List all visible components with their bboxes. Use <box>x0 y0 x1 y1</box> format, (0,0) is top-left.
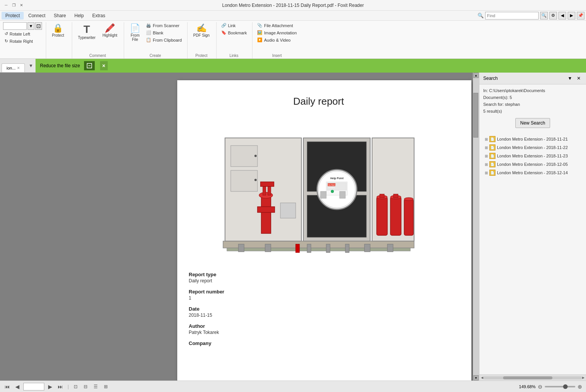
links-group-label: Links <box>220 53 249 58</box>
link-icon: 🔗 <box>221 23 227 28</box>
find-button[interactable]: 🔍 <box>540 12 548 19</box>
zoom-slider[interactable] <box>545 386 575 387</box>
menu-help[interactable]: Help <box>71 12 88 19</box>
search-for-label: Search for: stephan <box>483 102 582 107</box>
hscroll-right-btn[interactable]: ▶ <box>582 376 584 379</box>
menu-extras[interactable]: Extras <box>88 12 109 19</box>
result-item-1[interactable]: ⊞ 📄 London Metro Extension - 2018-11-22 <box>483 143 582 152</box>
win-close[interactable]: ✕ <box>18 2 24 8</box>
page-last-btn[interactable]: ⏭ <box>56 383 65 390</box>
link-btn[interactable]: 🔗 Link <box>220 22 249 29</box>
audio-video-btn[interactable]: ▶️ Audio & Video <box>256 37 298 43</box>
from-clipboard-btn[interactable]: 📋 From Clipboard <box>144 37 183 43</box>
svg-rect-44 <box>393 194 398 198</box>
scroll-thumb[interactable] <box>473 93 478 138</box>
win-restore[interactable]: ❐ <box>11 2 17 8</box>
search-close-btn[interactable]: ✕ <box>575 75 582 82</box>
rotate-right-icon: ↻ <box>5 39 8 44</box>
menu-share[interactable]: Share <box>50 12 70 19</box>
svg-text:Company: Company <box>328 186 335 188</box>
vertical-scrollbar[interactable]: ▲ ▼ <box>473 73 479 381</box>
blank-btn[interactable]: ⬜ Blank <box>144 29 183 36</box>
svg-rect-21 <box>268 186 271 195</box>
search-dropdown-btn[interactable]: ▼ <box>566 75 574 82</box>
view-single-btn[interactable]: ⊡ <box>72 383 79 390</box>
highlight-btn[interactable]: 🖍️ Highlight <box>100 22 120 39</box>
zoom-decrease-btn[interactable]: ⊖ <box>537 384 543 390</box>
zoom-fit[interactable]: ⊡ <box>35 22 42 30</box>
find-next[interactable]: ▶ <box>568 12 575 19</box>
expand-icon-0: ⊞ <box>485 137 488 141</box>
scroll-up-btn[interactable]: ▲ <box>473 73 479 78</box>
result-item-0[interactable]: ⊞ 📄 London Metro Extension - 2018-11-21 <box>483 135 582 143</box>
page-number-input[interactable]: 1 / 12 <box>23 383 44 390</box>
file-attachment-btn[interactable]: 📎 File Attachment <box>256 22 298 29</box>
image-annotation-btn[interactable]: 🖼️ Image Annotation <box>256 29 298 36</box>
insert-small-group: 📎 File Attachment 🖼️ Image Annotation ▶️… <box>256 22 298 43</box>
page-first-btn[interactable]: ⏮ <box>3 383 11 390</box>
reduce-bar-close[interactable]: × <box>100 61 108 70</box>
view-double-btn[interactable]: ⊟ <box>82 383 89 390</box>
page-next-btn[interactable]: ▶ <box>47 383 54 390</box>
create-small-group: 🖨️ From Scanner ⬜ Blank 📋 From Clipboard <box>144 22 183 43</box>
document-area[interactable]: ▲ ▼ Daily report <box>0 73 479 381</box>
tab-document[interactable]: ion... × <box>2 63 25 72</box>
svg-rect-37 <box>340 191 345 198</box>
result-item-3[interactable]: ⊞ 📄 London Metro Extension - 2018-12-05 <box>483 160 582 168</box>
rotate-left-btn[interactable]: ↺ Rotate Left <box>3 31 42 37</box>
protect-btn[interactable]: 🔒 Protect <box>49 22 67 39</box>
view-spread-btn[interactable]: ⊞ <box>102 383 110 390</box>
result-item-4[interactable]: ⊞ 📄 London Metro Extension - 2018-12-14 <box>483 168 582 177</box>
svg-rect-11 <box>387 244 393 252</box>
tab-dropdown[interactable]: ▼ <box>26 59 36 72</box>
ribbon-group-insert: 📎 File Attachment 🖼️ Image Annotation ▶️… <box>256 22 302 58</box>
zoom-input[interactable]: 149.68% <box>3 22 27 30</box>
zoom-slider-thumb[interactable] <box>563 384 568 389</box>
search-icon: 🔍 <box>478 13 484 18</box>
title-bar: ─ ❐ ✕ London Metro Extension - 2018-11-1… <box>0 0 586 11</box>
svg-rect-14 <box>231 170 257 191</box>
document-title: Daily report <box>189 96 448 107</box>
new-search-button[interactable]: New Search <box>515 118 550 128</box>
svg-rect-36 <box>321 191 326 198</box>
zoom-dropdown[interactable]: ▼ <box>28 22 34 30</box>
find-menu[interactable]: 📌 <box>577 12 584 19</box>
search-results-tree: ⊞ 📄 London Metro Extension - 2018-11-21 … <box>483 133 582 178</box>
create-group-label: Create <box>127 53 183 58</box>
result-item-2[interactable]: ⊞ 📄 London Metro Extension - 2018-11-23 <box>483 152 582 160</box>
svg-rect-22 <box>261 182 274 186</box>
hscroll-thumb[interactable] <box>503 376 553 379</box>
find-prev[interactable]: ◀ <box>558 12 566 19</box>
comment-group-label: Comment <box>75 53 120 58</box>
expand-icon-2: ⊞ <box>485 154 488 158</box>
from-scanner-btn[interactable]: 🖨️ From Scanner <box>144 22 183 29</box>
menu-connect[interactable]: Connect <box>24 12 49 19</box>
search-horizontal-scrollbar[interactable]: ◀ ▶ <box>479 374 586 381</box>
protect-group-label: Protect <box>191 53 212 58</box>
result-filename-1: London Metro Extension - 2018-11-22 <box>497 145 581 150</box>
rotate-right-btn[interactable]: ↻ Rotate Right <box>3 38 42 44</box>
win-minimize[interactable]: ─ <box>3 2 9 8</box>
menu-protect[interactable]: Protect <box>2 12 24 19</box>
svg-rect-4 <box>238 244 244 252</box>
document-scroll[interactable]: ▲ ▼ Daily report <box>0 73 479 381</box>
bookmark-btn[interactable]: 🔖 Bookmark <box>220 29 249 36</box>
typewriter-btn[interactable]: T Typewriter <box>75 22 98 42</box>
find-input[interactable] <box>485 12 539 19</box>
scroll-down-btn[interactable]: ▼ <box>473 375 479 381</box>
pdf-sign-btn[interactable]: ✍️ PDF Sign <box>191 22 212 39</box>
search-body: In: C:\Users\ptokarek\Documents Document… <box>479 84 586 374</box>
search-header: Search ▼ ✕ <box>479 73 586 84</box>
reduce-bar-icon[interactable] <box>84 61 95 70</box>
zoom-increase-btn[interactable]: ⊕ <box>577 384 583 390</box>
tab-close[interactable]: × <box>17 65 20 71</box>
page-prev-btn[interactable]: ◀ <box>14 383 21 390</box>
hscroll-track[interactable] <box>483 376 582 379</box>
from-file-btn[interactable]: 📄 FromFile <box>127 22 143 44</box>
search-panel: Search ▼ ✕ In: C:\Users\ptokarek\Documen… <box>479 73 586 381</box>
view-scroll-btn[interactable]: ☰ <box>92 383 100 390</box>
svg-rect-3 <box>227 248 410 251</box>
blank-icon: ⬜ <box>146 30 151 35</box>
result-filename-4: London Metro Extension - 2018-12-14 <box>497 170 581 175</box>
find-settings[interactable]: ⚙ <box>549 12 557 19</box>
